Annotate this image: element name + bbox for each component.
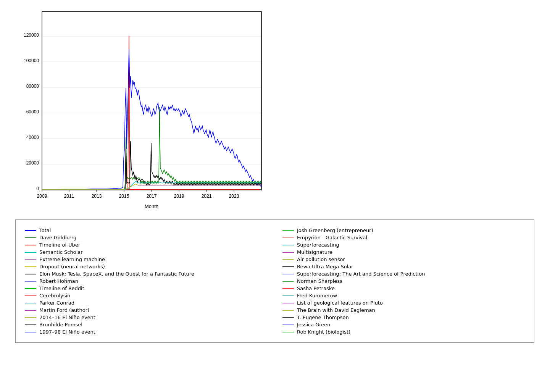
legend-color-line <box>282 303 294 303</box>
legend-item: Rewa Ultra Mega Solar <box>282 263 525 270</box>
legend-label-text: Sasha Petraske <box>297 286 335 291</box>
legend-label-text: The Brain with David Eagleman <box>297 307 375 313</box>
svg-text:Month: Month <box>145 203 158 209</box>
legend-color-line <box>282 230 294 231</box>
svg-text:100000: 100000 <box>24 58 39 63</box>
legend-item: Timeline of Reddit <box>25 285 267 292</box>
chart-svg: 0 20000 40000 60000 80000 100000 120000 … <box>15 8 267 214</box>
legend-label-text: Parker Conrad <box>39 300 74 306</box>
legend-label-text: Semantic Scholar <box>39 249 83 255</box>
svg-text:2011: 2011 <box>64 194 74 199</box>
legend-color-line <box>282 245 294 245</box>
legend-label-text: Timeline of Uber <box>39 242 80 248</box>
legend-color-line <box>282 310 294 311</box>
legend-label-text: Cerebrolysin <box>39 293 70 298</box>
svg-text:20000: 20000 <box>26 160 39 166</box>
legend-label-text: Superforecasting: The Art and Science of… <box>297 271 425 277</box>
legend-item: Superforecasting <box>282 241 525 248</box>
legend-color-line <box>25 252 36 253</box>
legend-label-text: Brunhilde Pomsel <box>39 322 82 327</box>
legend-item: Norman Sharpless <box>282 277 525 285</box>
legend-label-text: List of geological features on Pluto <box>297 300 383 306</box>
main-container: 0 20000 40000 60000 80000 100000 120000 … <box>0 0 542 352</box>
legend-label-text: Robert Hohman <box>39 278 78 284</box>
legend-color-line <box>25 245 36 245</box>
legend-color-line <box>25 303 36 303</box>
svg-text:2023: 2023 <box>229 194 239 199</box>
legend-item: 1997–98 El Niño event <box>25 328 267 336</box>
legend-color-line <box>282 237 294 238</box>
legend-label-text: Superforecasting <box>297 242 339 248</box>
svg-text:2013: 2013 <box>92 194 102 199</box>
legend-item: Robert Hohman <box>25 277 267 285</box>
legend-label-text: Fred Kummerow <box>297 293 337 298</box>
legend-label-text: Air pollution sensor <box>297 256 345 262</box>
legend-label-text: Timeline of Reddit <box>39 286 84 291</box>
svg-text:40000: 40000 <box>26 135 39 140</box>
svg-text:2015: 2015 <box>119 194 129 199</box>
legend-item: Air pollution sensor <box>282 256 525 263</box>
legend-item: Dave Goldberg <box>25 234 267 241</box>
legend-item: T. Eugene Thompson <box>282 314 525 321</box>
legend-label-text: Multisignature <box>297 249 332 255</box>
legend-color-line <box>25 295 36 296</box>
svg-text:120000: 120000 <box>24 32 39 38</box>
legend-item: Brunhilde Pomsel <box>25 321 267 328</box>
legend-color-line <box>282 317 294 318</box>
legend-item: Josh Greenberg (entrepreneur) <box>282 227 525 234</box>
legend-color-line <box>25 288 36 289</box>
legend-item: Extreme learning machine <box>25 256 267 263</box>
legend-label-text: Total <box>39 227 51 233</box>
legend-item: Timeline of Uber <box>25 241 267 248</box>
legend-item: Fred Kummerow <box>282 292 525 299</box>
legend-color-line <box>25 317 36 318</box>
legend-label-text: Dave Goldberg <box>39 235 76 240</box>
legend-item: Multisignature <box>282 248 525 256</box>
legend-label-text: T. Eugene Thompson <box>297 315 349 320</box>
legend-label-text: Martin Ford (author) <box>39 307 89 313</box>
legend-item: Sasha Petraske <box>282 285 525 292</box>
legend-item: Semantic Scholar <box>25 248 267 256</box>
legend-col1: TotalDave GoldbergTimeline of UberSemant… <box>25 227 267 336</box>
legend-item: Cerebrolysin <box>25 292 267 299</box>
legend-item: Empyrion - Galactic Survival <box>282 234 525 241</box>
svg-text:60000: 60000 <box>26 109 39 115</box>
legend-color-line <box>282 295 294 296</box>
legend-color-line <box>25 332 36 332</box>
svg-text:2009: 2009 <box>37 194 47 199</box>
legend-color-line <box>282 266 294 267</box>
legend-color-line <box>25 237 36 238</box>
legend-label-text: Elon Musk: Tesla, SpaceX, and the Quest … <box>39 271 194 277</box>
chart-area: 0 20000 40000 60000 80000 100000 120000 … <box>15 8 267 214</box>
legend-item: 2014–16 El Niño event <box>25 314 267 321</box>
legend-color-line <box>25 310 36 311</box>
svg-text:80000: 80000 <box>26 84 39 89</box>
svg-text:2019: 2019 <box>174 194 184 199</box>
legend-color-line <box>282 259 294 260</box>
legend-color-line <box>25 266 36 267</box>
legend-color-line <box>25 281 36 282</box>
legend-label-text: Rob Knight (biologist) <box>297 329 350 335</box>
legend-label-text: Norman Sharpless <box>297 278 342 284</box>
legend-label-text: Jessica Green <box>297 322 331 327</box>
legend-container: TotalDave GoldbergTimeline of UberSemant… <box>15 219 534 343</box>
legend-label-text: Dropout (neural networks) <box>39 264 105 269</box>
legend-item: Dropout (neural networks) <box>25 263 267 270</box>
legend-col2: Josh Greenberg (entrepreneur)Empyrion - … <box>282 227 525 336</box>
legend-item: Superforecasting: The Art and Science of… <box>282 270 525 277</box>
legend-color-line <box>282 281 294 282</box>
legend-color-line <box>282 288 294 289</box>
legend-label-text: 2014–16 El Niño event <box>39 315 95 320</box>
legend-item: Martin Ford (author) <box>25 307 267 314</box>
legend-item: Total <box>25 227 267 234</box>
legend-color-line <box>25 324 36 325</box>
legend-label-text: Extreme learning machine <box>39 256 105 262</box>
legend-color-line <box>25 274 36 274</box>
svg-text:2017: 2017 <box>147 194 157 199</box>
legend-color-line <box>25 230 36 231</box>
legend-color-line <box>282 324 294 325</box>
legend-item: List of geological features on Pluto <box>282 299 525 307</box>
legend-item: Parker Conrad <box>25 299 267 307</box>
legend-label-text: Empyrion - Galactic Survival <box>297 235 367 240</box>
legend-item: The Brain with David Eagleman <box>282 307 525 314</box>
